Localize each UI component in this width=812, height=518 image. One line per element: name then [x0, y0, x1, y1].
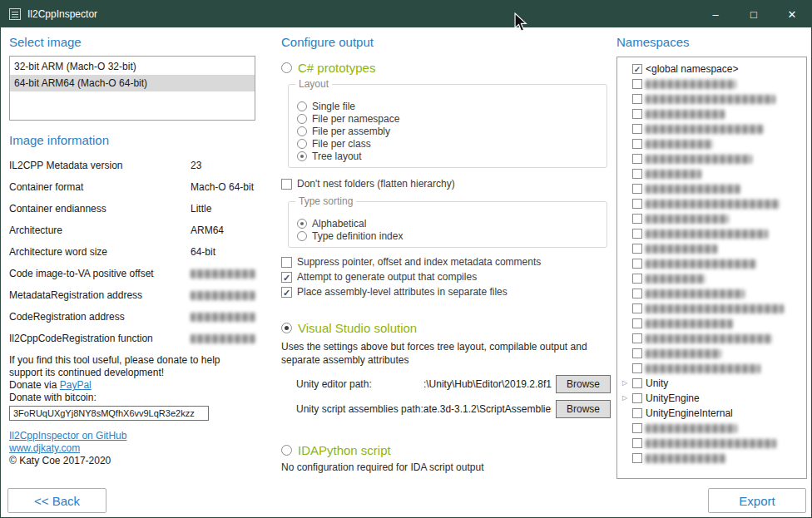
- namespace-item[interactable]: [621, 181, 803, 196]
- namespace-checkbox[interactable]: [632, 124, 642, 134]
- namespace-item[interactable]: [621, 226, 803, 241]
- namespace-item[interactable]: [621, 331, 803, 346]
- layout-option[interactable]: File per namespace: [297, 112, 598, 125]
- website-link[interactable]: www.djkaty.com: [9, 442, 255, 455]
- namespace-item[interactable]: [621, 361, 803, 376]
- namespace-checkbox[interactable]: [632, 79, 642, 89]
- namespace-checkbox[interactable]: [632, 303, 642, 313]
- namespace-item[interactable]: [621, 421, 803, 436]
- option-checkbox[interactable]: ✓Attempt to generate output that compile…: [281, 269, 611, 284]
- namespace-item[interactable]: [621, 256, 803, 271]
- donate-text: If you find this tool useful, please don…: [9, 354, 255, 379]
- layout-option[interactable]: File per class: [297, 137, 598, 150]
- option-checkbox[interactable]: Suppress pointer, offset and index metad…: [281, 254, 611, 269]
- namespace-item[interactable]: [621, 211, 803, 226]
- option-checkbox[interactable]: ✓Place assembly-level attributes in sepa…: [281, 284, 611, 299]
- namespace-checkbox[interactable]: [632, 94, 642, 104]
- layout-option[interactable]: Single file: [297, 100, 598, 112]
- type-sorting-options: AlphabeticalType definition index: [297, 217, 598, 242]
- namespace-item[interactable]: [621, 451, 803, 466]
- namespace-item[interactable]: [621, 346, 803, 361]
- namespace-checkbox[interactable]: [632, 229, 642, 239]
- browse-button[interactable]: Browse: [556, 375, 611, 393]
- namespace-item[interactable]: [621, 151, 803, 166]
- namespace-item[interactable]: [621, 241, 803, 256]
- visual-studio-description: Uses the settings above but forces tree …: [281, 340, 607, 367]
- namespace-item[interactable]: [621, 91, 803, 106]
- namespace-checkbox[interactable]: [632, 274, 642, 284]
- namespace-checkbox[interactable]: [632, 333, 642, 343]
- github-link[interactable]: Il2CppInspector on GitHub: [9, 430, 255, 442]
- namespace-item[interactable]: [621, 196, 803, 211]
- namespace-checkbox[interactable]: [632, 453, 642, 463]
- namespace-item[interactable]: [621, 271, 803, 286]
- csharp-prototypes-radio[interactable]: C# prototypes: [281, 61, 611, 74]
- namespace-item[interactable]: [621, 166, 803, 181]
- redacted-namespace: [646, 274, 706, 284]
- close-button[interactable]: ✕: [773, 1, 811, 27]
- info-value: Little: [191, 203, 211, 215]
- checkbox-label: Don't nest folders (flatten hierarchy): [297, 178, 455, 190]
- namespace-checkbox[interactable]: [632, 184, 642, 194]
- layout-option[interactable]: File per assembly: [297, 125, 598, 137]
- bitcoin-address-input[interactable]: [9, 406, 209, 421]
- namespaces-list[interactable]: ✓<global namespace>▷Unity▷UnityEngineUni…: [616, 57, 807, 479]
- layout-option[interactable]: Tree layout: [297, 150, 598, 162]
- redacted-value: [191, 269, 255, 279]
- maximize-button[interactable]: □: [735, 1, 773, 27]
- namespace-checkbox[interactable]: [632, 363, 642, 373]
- namespace-item[interactable]: ▷UnityEngine: [621, 391, 803, 406]
- namespace-checkbox[interactable]: [632, 109, 642, 119]
- namespace-checkbox[interactable]: [632, 318, 642, 328]
- namespace-item[interactable]: [621, 301, 803, 316]
- image-list-item[interactable]: 32-bit ARM (Mach-O 32-bit): [10, 58, 255, 75]
- namespace-checkbox[interactable]: [632, 348, 642, 358]
- image-list-item[interactable]: 64-bit ARM64 (Mach-O 64-bit): [10, 75, 255, 91]
- namespace-item[interactable]: [621, 436, 803, 451]
- type-sorting-option[interactable]: Type definition index: [297, 229, 598, 242]
- namespace-checkbox[interactable]: [632, 139, 642, 149]
- namespace-item[interactable]: [621, 136, 803, 151]
- namespace-checkbox[interactable]: [632, 259, 642, 269]
- export-button[interactable]: Export: [708, 488, 806, 513]
- expander-icon[interactable]: ▷: [621, 394, 629, 402]
- back-button[interactable]: << Back: [7, 488, 106, 513]
- expander-icon[interactable]: ▷: [621, 379, 629, 387]
- namespace-item[interactable]: [621, 106, 803, 121]
- paypal-link[interactable]: PayPal: [60, 379, 92, 392]
- namespace-checkbox[interactable]: [632, 289, 642, 298]
- idapython-label: IDAPython script: [298, 443, 391, 457]
- namespace-checkbox[interactable]: [632, 199, 642, 209]
- titlebar[interactable]: Il2CppInspector – □ ✕: [1, 1, 811, 27]
- namespace-checkbox[interactable]: [632, 393, 642, 403]
- namespace-checkbox[interactable]: ✓: [632, 64, 642, 74]
- namespace-item[interactable]: [621, 286, 803, 301]
- type-sorting-option[interactable]: Alphabetical: [297, 217, 598, 229]
- visual-studio-radio[interactable]: Visual Studio solution: [281, 321, 611, 334]
- namespace-checkbox[interactable]: [632, 378, 642, 388]
- namespace-checkbox[interactable]: [632, 244, 642, 254]
- namespace-checkbox[interactable]: [632, 408, 642, 418]
- image-listbox[interactable]: 32-bit ARM (Mach-O 32-bit)64-bit ARM64 (…: [9, 56, 255, 121]
- namespace-item[interactable]: [621, 121, 803, 136]
- browse-button[interactable]: Browse: [556, 400, 611, 418]
- namespace-checkbox[interactable]: [632, 214, 642, 224]
- flatten-checkbox[interactable]: Don't nest folders (flatten hierarchy): [281, 176, 611, 191]
- path-field-row: Unity script assemblies path:ate.3d-3.1.…: [296, 400, 611, 418]
- layout-groupbox: Layout Single fileFile per namespaceFile…: [288, 84, 607, 168]
- namespace-item[interactable]: [621, 76, 803, 91]
- namespace-item[interactable]: ✓<global namespace>: [621, 62, 803, 76]
- redacted-namespace: [646, 200, 780, 209]
- namespace-checkbox[interactable]: [632, 438, 642, 448]
- redacted-namespace: [646, 454, 725, 463]
- namespace-item[interactable]: ▷Unity: [621, 376, 803, 391]
- minimize-button[interactable]: –: [696, 1, 735, 27]
- namespace-checkbox[interactable]: [632, 154, 642, 164]
- checkbox-icon: [281, 179, 292, 190]
- namespace-item[interactable]: [621, 316, 803, 331]
- idapython-radio[interactable]: IDAPython script: [281, 443, 611, 456]
- namespace-checkbox[interactable]: [632, 169, 642, 179]
- namespace-checkbox[interactable]: [632, 423, 642, 433]
- app-icon: [9, 8, 21, 20]
- namespace-item[interactable]: UnityEngineInternal: [621, 406, 803, 421]
